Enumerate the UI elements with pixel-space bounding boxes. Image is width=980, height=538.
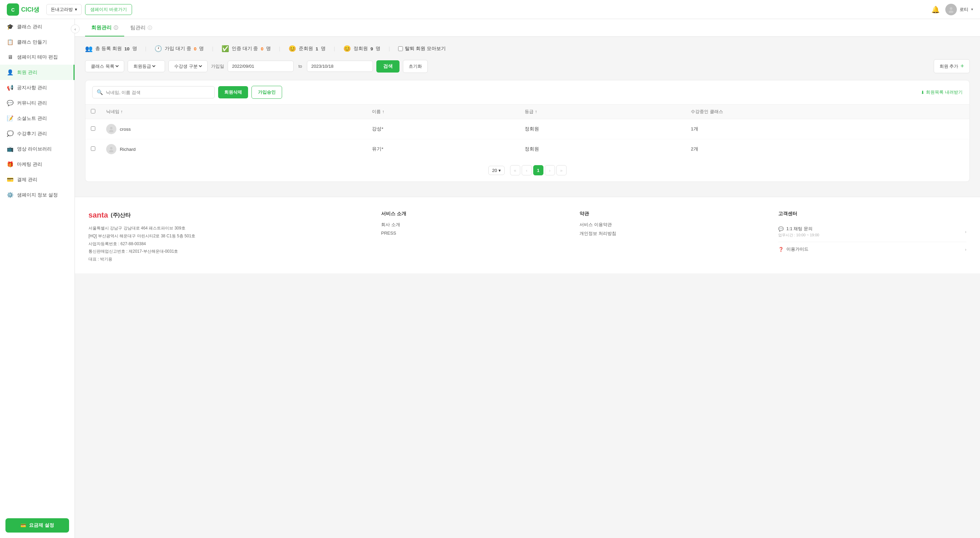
date-from-input[interactable] [228, 61, 294, 72]
student-select[interactable]: 수강생 구분 [173, 63, 203, 69]
topnav: C CICI생 돈내고라방 ▾ 샘페이지 바로가기 🔔 로티 ▾ [0, 0, 980, 19]
associate-label: 준회원 [299, 46, 313, 52]
footer-address-line: 서울특별시 강남구 강남대로 464 패스트파이브 309호 [89, 224, 371, 232]
row-classes: 2개 [691, 147, 698, 152]
sidebar-item-page-edit[interactable]: 🖥 샘페이지 테마 편집 [0, 50, 75, 65]
footer-company-name: (주)산타 [111, 212, 130, 219]
footer-service-link[interactable]: 회사 소개 [381, 222, 569, 228]
class-filter[interactable]: 클래스 목록 [85, 60, 124, 72]
row-checkbox-cell [86, 119, 101, 139]
sidebar-item-marketing-mgmt[interactable]: 🎁 마케팅 관리 [0, 156, 75, 172]
footer-service-link[interactable]: PRESS [381, 230, 569, 236]
row-name-cell: 유기* [366, 139, 519, 160]
next-page-button[interactable]: › [545, 165, 555, 176]
search-input[interactable] [106, 90, 210, 95]
col-nickname[interactable]: 닉네임 ↑ [101, 105, 366, 119]
col-name[interactable]: 이름 ↑ [366, 105, 519, 119]
add-member-button[interactable]: 회원 추가 + [934, 59, 970, 73]
sidebar-item-page-settings[interactable]: ⚙️ 샘페이지 정보 설정 [0, 187, 75, 203]
sidebar-collapse-button[interactable]: ‹ [71, 24, 80, 34]
page-edit-label: 샘페이지 테마 편집 [17, 54, 58, 60]
sidebar-item-review-mgmt[interactable]: 💭 수강후기 관리 [0, 126, 75, 141]
footer-support-item[interactable]: 💬 1:1 채팅 문의 업무시간 : 10:00 ~ 19:00 › [778, 222, 966, 242]
select-all-checkbox[interactable] [91, 109, 95, 113]
class-mgmt-icon: 🎓 [7, 24, 14, 30]
page-1-button[interactable]: 1 [533, 165, 543, 176]
total-members-label: 총 등록 회원 [95, 46, 122, 52]
sidebar-item-notice-mgmt[interactable]: 📢 공지사항 관리 [0, 80, 75, 95]
row-name: 유기* [372, 147, 383, 152]
reset-button[interactable]: 초기화 [403, 60, 428, 73]
svg-point-7 [109, 150, 114, 152]
user-menu[interactable]: 로티 ▾ [945, 4, 973, 15]
row-name-cell: 강성* [366, 119, 519, 139]
sidebar-item-video-lib[interactable]: 📺 영상 라이브러리 [0, 141, 75, 156]
grade-filter[interactable]: 회원등급 [127, 60, 165, 72]
per-page-value: 20 [492, 168, 497, 173]
review-mgmt-icon: 💭 [7, 131, 14, 137]
page-goto-button[interactable]: 샘페이지 바로가기 [85, 4, 132, 15]
row-grade: 정회원 [525, 147, 539, 152]
per-page-selector[interactable]: 20 ▾ [488, 166, 504, 175]
student-filter[interactable]: 수강생 구분 [169, 60, 208, 72]
grade-select[interactable]: 회원등급 [132, 63, 156, 69]
regular-stat: 😊 정회원 9 명 [343, 45, 381, 53]
sidebar-item-payment-mgmt[interactable]: 💳 결제 관리 [0, 172, 75, 187]
footer-address-line: [HQ] 부산광역시 해운대구 마린시티2로 38 C1동 5층 501호 [89, 232, 371, 240]
plan-button[interactable]: 💳 요금제 설정 [5, 518, 69, 533]
pending-join-stat: 🕐 가입 대기 중 0 명 [154, 45, 204, 53]
topnav-right: 🔔 로티 ▾ [931, 4, 973, 15]
sidebar-item-community-mgmt[interactable]: 💬 커뮤니티 관리 [0, 95, 75, 111]
pending-auth-label: 인증 대기 중 [232, 46, 258, 52]
sidebar-item-member-mgmt[interactable]: 👤 회원 관리 [0, 65, 75, 80]
row-nickname-cell: cross [101, 119, 366, 139]
withdrawal-checkbox[interactable] [398, 46, 403, 51]
delete-member-button[interactable]: 회원삭제 [218, 86, 248, 98]
class-select[interactable]: 클래스 목록 [89, 63, 120, 69]
sidebar-item-note-mgmt[interactable]: 📝 소셜노트 관리 [0, 111, 75, 126]
row-classes-cell: 2개 [685, 139, 969, 160]
row-classes-cell: 1개 [685, 119, 969, 139]
table-row: Richard 유기* 정회원 2개 [86, 139, 969, 160]
row-checkbox[interactable] [91, 126, 95, 131]
page-edit-icon: 🖥 [7, 54, 14, 60]
sidebar-bottom: 💳 요금제 설정 [0, 513, 75, 538]
regular-icon: 😊 [343, 45, 351, 53]
table-header-row: 닉네임 ↑ 이름 ↑ 등급 ↑ 수강중인 클래스 [86, 105, 969, 119]
date-to-input[interactable] [307, 61, 373, 72]
prev-page-button[interactable]: ‹ [522, 165, 532, 176]
bell-icon[interactable]: 🔔 [931, 5, 940, 14]
footer-terms-links: 서비스 이용약관개인정보 처리방침 [579, 222, 768, 237]
class-create-label: 클래스 만들기 [17, 39, 47, 45]
pending-auth-count: 0 [261, 46, 263, 51]
sidebar-item-class-create[interactable]: 📋 클래스 만들기 [0, 34, 75, 50]
table-row: cross 강성* 정회원 1개 [86, 119, 969, 139]
download-button[interactable]: ⬇ 회원목록 내려받기 [921, 89, 963, 95]
tab-team[interactable]: 팀관리 ⓘ [124, 19, 158, 37]
tab-member[interactable]: 회원관리 ⓘ [85, 19, 124, 37]
footer-terms-link[interactable]: 서비스 이용약관 [579, 222, 768, 228]
search-box[interactable]: 🔍 [92, 86, 215, 98]
associate-stat: 😊 준회원 1 명 [288, 45, 326, 53]
per-page-chevron-icon: ▾ [498, 168, 501, 173]
col-grade[interactable]: 등급 ↑ [519, 105, 685, 119]
tab-team-label: 팀관리 [130, 24, 146, 31]
sidebar-item-class-mgmt[interactable]: 🎓 클래스 관리 [0, 19, 75, 34]
footer-support-item-content: 💬 1:1 채팅 문의 업무시간 : 10:00 ~ 19:00 [778, 226, 819, 238]
footer-terms-link[interactable]: 개인정보 처리방침 [579, 230, 768, 237]
topnav-dropdown[interactable]: 돈내고라방 ▾ [46, 4, 82, 15]
join-date-label: 가입일 [211, 63, 224, 69]
footer-support-item[interactable]: ❓ 이용가이드 › [778, 242, 966, 256]
row-checkbox[interactable] [91, 147, 95, 151]
footer-santa-logo: santa [89, 211, 108, 220]
row-grade-cell: 정회원 [519, 139, 685, 160]
plan-label: 요금제 설정 [29, 522, 54, 528]
dropdown-label: 돈내고라방 [51, 6, 73, 13]
last-page-button[interactable]: » [556, 165, 566, 176]
first-page-button[interactable]: « [510, 165, 520, 176]
search-button[interactable]: 검색 [376, 60, 399, 72]
approve-button[interactable]: 가입승인 [251, 86, 282, 99]
withdrawal-checkbox-label[interactable]: 탈퇴 회원 모아보기 [398, 46, 446, 52]
marketing-mgmt-label: 마케팅 관리 [17, 161, 42, 168]
pending-auth-icon: ✅ [221, 45, 229, 53]
